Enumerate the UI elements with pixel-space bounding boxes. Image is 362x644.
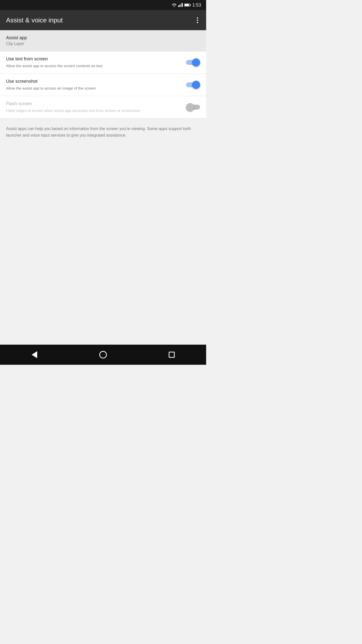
flash-screen-content: Flash screen Flash edges of screen when … (6, 101, 186, 113)
info-section: Assist apps can help you based on inform… (0, 118, 206, 145)
status-bar: 1:53 (0, 0, 206, 10)
assist-app-label: Assist app (6, 35, 200, 41)
flash-screen-toggle[interactable] (186, 103, 200, 111)
use-text-toggle[interactable] (186, 58, 200, 66)
use-screenshot-content: Use screenshot Allow the assist app to a… (6, 79, 186, 91)
svg-rect-1 (178, 6, 179, 7)
use-text-desc: Allow the assist app to access the scree… (6, 63, 181, 68)
use-screenshot-thumb (192, 81, 200, 89)
flash-screen-desc: Flash edges of screen when assist app ac… (6, 108, 181, 113)
info-text: Assist apps can help you based on inform… (6, 126, 200, 138)
nav-bar (0, 345, 206, 365)
battery-icon (184, 3, 191, 7)
svg-rect-8 (185, 4, 189, 6)
svg-rect-2 (179, 5, 180, 7)
use-text-setting[interactable]: Use text from screen Allow the assist ap… (0, 51, 206, 74)
status-time: 1:53 (192, 3, 201, 8)
app-bar: Assist & voice input (0, 10, 206, 30)
flash-screen-thumb (186, 103, 194, 111)
recent-icon (169, 352, 175, 358)
use-text-title: Use text from screen (6, 56, 181, 62)
back-icon (32, 351, 37, 358)
use-text-thumb (192, 58, 200, 66)
use-screenshot-setting[interactable]: Use screenshot Allow the assist app to a… (0, 74, 206, 96)
assist-app-setting[interactable]: Assist app Clip Layer (0, 30, 206, 51)
use-screenshot-desc: Allow the assist app to access an image … (6, 86, 181, 91)
use-text-content: Use text from screen Allow the assist ap… (6, 56, 186, 68)
home-icon (99, 351, 107, 358)
more-vert-dot-1 (197, 17, 198, 19)
svg-rect-7 (190, 4, 191, 6)
use-screenshot-title: Use screenshot (6, 79, 181, 84)
more-vert-dot-3 (197, 22, 198, 23)
flash-screen-setting[interactable]: Flash screen Flash edges of screen when … (0, 96, 206, 118)
flash-screen-title: Flash screen (6, 101, 181, 106)
content-area: Assist app Clip Layer Use text from scre… (0, 30, 206, 345)
svg-rect-3 (181, 4, 182, 7)
recent-button[interactable] (164, 347, 179, 362)
signal-icon (178, 3, 183, 7)
assist-app-value: Clip Layer (6, 42, 200, 46)
page-title: Assist & voice input (6, 16, 63, 24)
status-icons: 1:53 (172, 3, 201, 8)
home-button[interactable] (96, 347, 111, 362)
more-vert-dot-2 (197, 20, 198, 21)
svg-point-0 (174, 6, 174, 7)
wifi-icon (172, 3, 177, 7)
use-screenshot-toggle[interactable] (186, 81, 200, 89)
more-options-button[interactable] (195, 15, 200, 25)
back-button[interactable] (27, 347, 42, 362)
svg-rect-5 (182, 3, 183, 7)
